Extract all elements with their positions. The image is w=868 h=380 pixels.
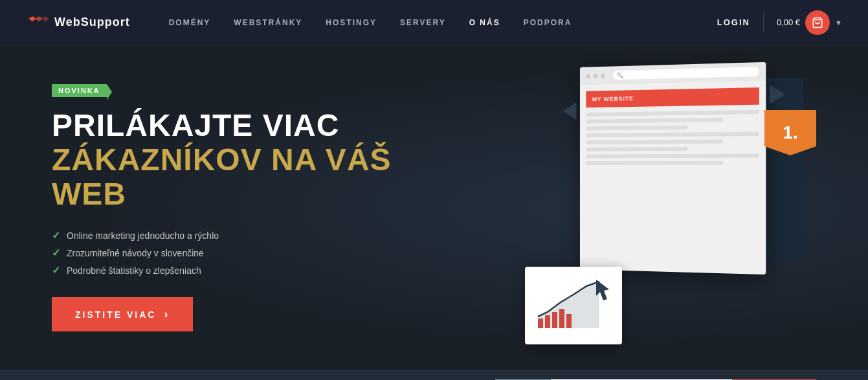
flag-number: 1.: [783, 122, 797, 143]
logo-icon: [26, 11, 49, 34]
login-button[interactable]: LOGIN: [717, 17, 750, 27]
content-line-5: [586, 139, 723, 144]
hero-title-white: PRILÁKAJTE VIAC: [52, 109, 408, 143]
novinka-badge: NOVINKA: [52, 84, 107, 97]
cart-dropdown-arrow[interactable]: ▼: [835, 19, 842, 27]
header-divider: [763, 13, 764, 32]
hero-content: NOVINKA PRILÁKAJTE VIAC ZÁKAZNÍKOV NA VÁ…: [52, 84, 408, 331]
main-nav: DOMÉNY WEBSTRÁNKY HOSTINGY SERVERY O NÁS…: [169, 13, 717, 32]
browser-dot-2: [594, 73, 598, 78]
content-line-6: [586, 147, 687, 151]
content-line-2: [586, 118, 723, 124]
content-line-1: [586, 110, 759, 117]
feature-1: ✓ Online marketing jednoducho a rýchlo: [52, 229, 408, 241]
cart-price: 0,00 €: [777, 17, 800, 27]
chart-svg: [535, 276, 612, 335]
hero-features: ✓ Online marketing jednoducho a rýchlo ✓…: [52, 229, 408, 276]
content-line-7: [586, 153, 759, 158]
browser-banner: MY WEBSITE: [586, 87, 759, 107]
feature-2-text: Zrozumiteľné návody v slovenčine: [67, 248, 204, 258]
feature-3: ✓ Podrobné štatistiky o zlepšeniach: [52, 264, 408, 276]
arrow-right: [770, 85, 785, 104]
logo[interactable]: WebSupport: [26, 11, 130, 34]
cta-label: ZISTITE VIAC: [75, 309, 156, 320]
svg-marker-6: [538, 282, 599, 328]
cart-button[interactable]: [805, 10, 830, 35]
nav-webstranky[interactable]: WEBSTRÁNKY: [234, 13, 302, 32]
feature-2: ✓ Zrozumiteľné návody v slovenčine: [52, 247, 408, 259]
hero-section: NOVINKA PRILÁKAJTE VIAC ZÁKAZNÍKOV NA VÁ…: [0, 45, 868, 370]
cart-area[interactable]: 0,00 € ▼: [777, 10, 842, 35]
feature-3-text: Podrobné štatistiky o zlepšeniach: [67, 265, 201, 276]
browser-dot-1: [586, 74, 590, 78]
check-icon-3: ✓: [52, 264, 60, 276]
browser-search-bar: 🔍: [613, 67, 759, 80]
check-icon-1: ✓: [52, 229, 60, 241]
logo-text: WebSupport: [54, 16, 130, 29]
feature-1-text: Online marketing jednoducho a rýchlo: [67, 230, 219, 241]
cta-button[interactable]: ZISTITE VIAC ›: [52, 297, 193, 331]
header: WebSupport DOMÉNY WEBSTRÁNKY HOSTINGY SE…: [0, 0, 868, 45]
nav-hostingy[interactable]: HOSTINGY: [326, 13, 377, 32]
cta-arrow-icon: ›: [164, 307, 170, 321]
header-right: LOGIN 0,00 € ▼: [717, 10, 842, 35]
browser-dot-3: [601, 73, 605, 78]
check-icon-2: ✓: [52, 247, 60, 259]
browser-mockup: 🔍 MY WEBSITE: [580, 62, 766, 274]
orange-flag: 1.: [764, 110, 816, 155]
chart-card: [525, 267, 622, 344]
cart-icon: [812, 17, 823, 28]
hero-title-gold: ZÁKAZNÍKOV NA VÁŠ WEB: [52, 143, 408, 212]
nav-podpora[interactable]: PODPORA: [524, 13, 572, 32]
browser-search-icon: 🔍: [617, 72, 623, 78]
nav-domeny[interactable]: DOMÉNY: [169, 13, 211, 32]
content-line-3: [586, 126, 687, 131]
domain-search-bar: ZAČNITE HNEĎ TERAZ OVERENÍM NOVEJ DOMÉNY…: [0, 370, 868, 380]
content-line-8: [586, 161, 723, 165]
nav-servery[interactable]: SERVERY: [400, 13, 446, 32]
arrow-left: [563, 102, 577, 120]
nav-onas[interactable]: O NÁS: [469, 13, 500, 32]
browser-content: MY WEBSITE: [580, 81, 766, 175]
content-line-4: [586, 132, 759, 137]
hero-illustration: 🔍 MY WEBSITE: [480, 45, 868, 370]
